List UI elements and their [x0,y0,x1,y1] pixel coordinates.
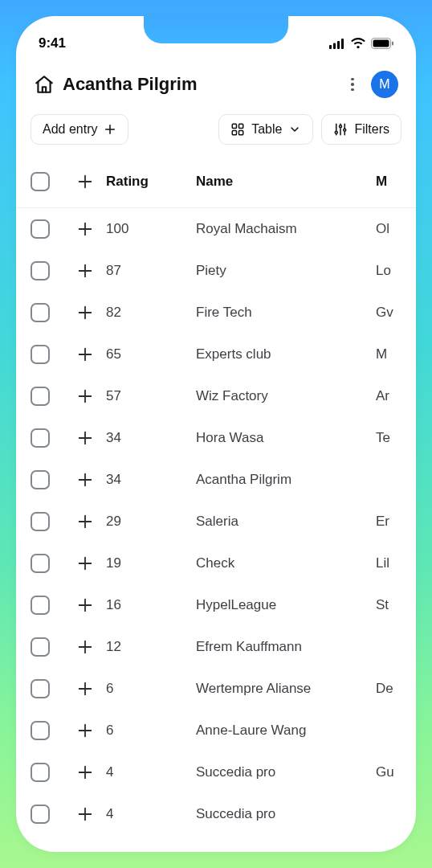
row-checkbox[interactable] [31,679,50,698]
row-checkbox[interactable] [31,512,50,531]
table-row[interactable]: 29SaleriaEr [16,501,416,542]
row-checkbox[interactable] [31,805,50,824]
table-body: 100Royal MachaismOl87PietyLo82Fire TechG… [16,208,416,835]
expand-row-icon[interactable] [76,513,94,530]
cell-name: Fire Tech [196,305,376,321]
expand-row-icon[interactable] [76,722,94,739]
table-row[interactable]: 65Experts clubM [16,334,416,375]
expand-row-icon[interactable] [76,555,94,572]
more-menu-icon[interactable] [345,75,360,94]
sliders-icon [333,122,348,137]
table-row[interactable]: 4Succedia proGu [16,751,416,793]
table-row[interactable]: 19CheckLil [16,542,416,584]
plus-icon [104,123,116,136]
svg-rect-5 [373,40,389,47]
cell-rating: 82 [104,305,196,321]
cell-name: Succedia pro [196,806,376,822]
row-checkbox[interactable] [31,470,50,489]
cell-rating: 6 [104,681,196,697]
table-row[interactable]: 6Anne-Laure Wang [16,710,416,751]
table-row[interactable]: 82Fire TechGv [16,292,416,334]
cell-m: Ol [376,221,389,237]
avatar[interactable]: M [371,71,398,98]
cell-name: Efrem Kauffmann [196,639,376,655]
table-row[interactable]: 4Succedia pro [16,793,416,835]
expand-row-icon[interactable] [76,429,94,447]
app-header-left: Acantha Pilgrim [34,74,197,95]
col-name-label[interactable]: Name [196,174,233,189]
expand-row-icon[interactable] [76,471,94,489]
expand-row-icon[interactable] [76,387,94,405]
cell-name: Hora Wasa [196,430,376,446]
table-row[interactable]: 57Wiz FactoryAr [16,375,416,417]
expand-row-icon[interactable] [76,220,94,238]
cell-name: Check [196,555,376,571]
cell-name: Succedia pro [196,764,376,780]
expand-row-icon[interactable] [76,764,94,781]
row-checkbox[interactable] [31,554,50,573]
wifi-icon [350,38,366,49]
cell-name: Saleria [196,514,376,530]
add-entry-label: Add entry [43,122,97,137]
table-row[interactable]: 34Acantha Pilgrim [16,459,416,501]
table-row[interactable]: 34Hora WasaTe [16,417,416,459]
expand-row-icon[interactable] [76,262,94,280]
row-checkbox[interactable] [31,387,50,406]
view-switcher-button[interactable]: Table [218,114,313,145]
cell-rating: 65 [104,346,196,362]
cell-m: De [376,681,393,697]
svg-rect-9 [232,131,236,135]
row-checkbox[interactable] [31,303,50,322]
row-checkbox[interactable] [31,345,50,364]
cell-m: Gu [376,764,394,780]
cell-name: Experts club [196,346,376,362]
cell-name: HypelLeague [196,597,376,613]
row-checkbox[interactable] [31,428,50,448]
phone-frame: 9:41 Acantha Pilgrim M Add entry [16,16,416,852]
cell-rating: 100 [104,221,196,237]
chevron-down-icon [288,123,301,136]
home-icon[interactable] [34,74,55,95]
svg-rect-7 [232,124,236,128]
expand-row-icon[interactable] [76,304,94,321]
col-m-label[interactable]: M [376,174,387,189]
table-row[interactable]: 16HypelLeagueSt [16,584,416,626]
expand-row-icon[interactable] [76,680,94,698]
cell-rating: 12 [104,639,196,655]
svg-rect-2 [337,41,340,49]
select-all-checkbox[interactable] [31,172,50,191]
cell-rating: 4 [104,764,196,780]
svg-rect-10 [239,131,243,135]
expand-row-icon[interactable] [76,638,94,656]
col-rating-label[interactable]: Rating [106,174,149,189]
battery-icon [371,38,393,49]
cell-rating: 29 [104,514,196,530]
row-checkbox[interactable] [31,219,50,239]
table-row[interactable]: 6Wertempre AlianseDe [16,668,416,710]
row-checkbox[interactable] [31,721,50,740]
cellular-icon [329,39,345,49]
cell-m: Ar [376,388,389,404]
cell-m: Lil [376,555,389,571]
cell-m: Gv [376,305,393,321]
cell-name: Acantha Pilgrim [196,472,376,488]
table-row[interactable]: 100Royal MachaismOl [16,208,416,250]
add-column-icon[interactable] [76,173,94,190]
expand-row-icon[interactable] [76,596,94,614]
filters-button[interactable]: Filters [321,114,401,145]
row-checkbox[interactable] [31,261,50,280]
add-entry-button[interactable]: Add entry [31,114,128,145]
cell-rating: 34 [104,430,196,446]
cell-name: Wertempre Alianse [196,681,376,697]
row-checkbox[interactable] [31,763,50,782]
expand-row-icon[interactable] [76,805,94,823]
data-table: Rating Name M 100Royal MachaismOl87Piety… [16,156,416,835]
expand-row-icon[interactable] [76,346,94,363]
svg-rect-8 [239,124,243,128]
status-icons [329,38,393,49]
row-checkbox[interactable] [31,637,50,657]
table-row[interactable]: 12Efrem Kauffmann [16,626,416,668]
table-row[interactable]: 87PietyLo [16,250,416,292]
cell-rating: 16 [104,597,196,613]
row-checkbox[interactable] [31,596,50,615]
